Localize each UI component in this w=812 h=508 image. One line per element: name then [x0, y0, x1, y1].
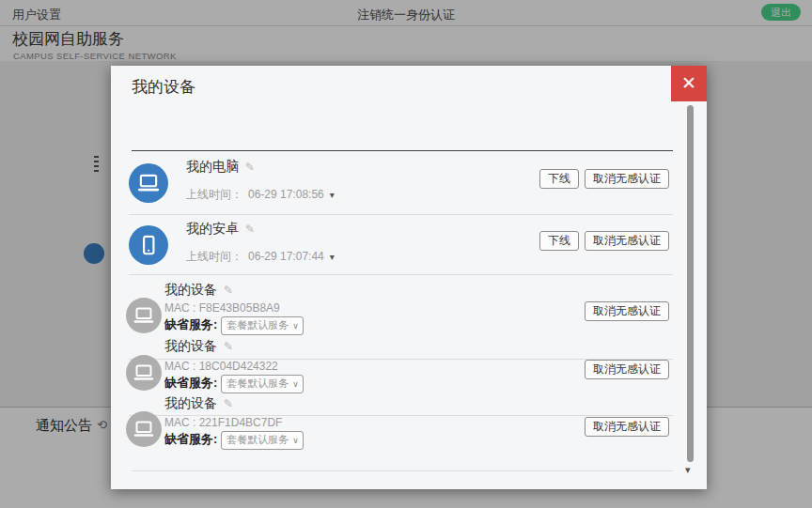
footer-divider — [132, 470, 673, 471]
chevron-down-icon[interactable]: ▾ — [330, 190, 335, 200]
scrollbar-down-arrow-icon[interactable]: ▾ — [685, 464, 691, 476]
default-service-select[interactable]: 套餐默认服务∨ — [221, 375, 304, 393]
cancel-auth-button[interactable]: 取消无感认证 — [585, 169, 669, 189]
row-actions: 下线 取消无感认证 — [539, 169, 669, 189]
laptop-icon — [126, 411, 162, 447]
modal-title: 我的设备 — [132, 76, 195, 98]
row-actions: 取消无感认证 — [585, 301, 669, 321]
phone-icon — [129, 225, 168, 265]
header-divider — [132, 150, 673, 151]
device-name: 我的安卓✎ — [186, 221, 255, 238]
device-name: 我的设备✎ — [164, 395, 233, 412]
select-chevron-icon: ∨ — [292, 321, 299, 331]
device-name: 我的电脑✎ — [186, 159, 255, 176]
edit-icon[interactable]: ✎ — [224, 340, 233, 353]
screen: 用户设置 注销统一身份认证 退出 校园网自助服务 CAMPUS SELF-SER… — [0, 0, 812, 508]
default-service-select[interactable]: 套餐默认服务∨ — [221, 431, 304, 450]
edit-icon[interactable]: ✎ — [245, 161, 255, 174]
default-service: 缺省服务:套餐默认服务∨ — [164, 431, 304, 450]
edit-icon[interactable]: ✎ — [224, 397, 233, 410]
cancel-auth-button[interactable]: 取消无感认证 — [585, 301, 669, 321]
device-name: 我的设备✎ — [164, 282, 233, 299]
default-service: 缺省服务:套餐默认服务∨ — [164, 375, 304, 393]
offline-button[interactable]: 下线 — [539, 169, 579, 189]
row-actions: 取消无感认证 — [585, 417, 669, 437]
online-time: 上线时间：06-29 17:07:44▾ — [186, 249, 335, 265]
default-service: 缺省服务:套餐默认服务∨ — [164, 316, 304, 335]
chevron-down-icon[interactable]: ▾ — [330, 252, 335, 262]
edit-icon[interactable]: ✎ — [245, 223, 255, 236]
laptop-icon — [129, 163, 168, 203]
cancel-auth-button[interactable]: 取消无感认证 — [585, 360, 669, 379]
select-chevron-icon: ∨ — [292, 379, 299, 389]
cancel-auth-button[interactable]: 取消无感认证 — [585, 231, 669, 251]
select-chevron-icon: ∨ — [292, 436, 299, 445]
my-devices-modal: 我的设备 ✕ 我的电脑✎ 上线时间：06-29 17:08:56▾ 下线 取消无… — [111, 66, 707, 489]
mac-address: MAC : 221F1D4BC7DF — [164, 416, 282, 429]
modal-close-button[interactable]: ✕ — [671, 66, 707, 101]
laptop-icon — [126, 355, 162, 391]
row-divider — [129, 274, 673, 275]
mac-address: MAC : F8E43B05B8A9 — [164, 301, 280, 315]
cancel-auth-button[interactable]: 取消无感认证 — [585, 417, 669, 437]
row-actions: 下线 取消无感认证 — [539, 231, 669, 251]
device-name: 我的设备✎ — [164, 338, 233, 355]
edit-icon[interactable]: ✎ — [224, 284, 233, 297]
laptop-icon — [126, 298, 162, 333]
offline-button[interactable]: 下线 — [539, 231, 579, 251]
row-actions: 取消无感认证 — [585, 360, 669, 379]
row-divider — [129, 214, 673, 215]
default-service-select[interactable]: 套餐默认服务∨ — [221, 316, 304, 335]
modal-scrollbar-thumb[interactable] — [687, 105, 694, 462]
online-time: 上线时间：06-29 17:08:56▾ — [186, 187, 335, 203]
mac-address: MAC : 18C04D424322 — [164, 360, 278, 373]
